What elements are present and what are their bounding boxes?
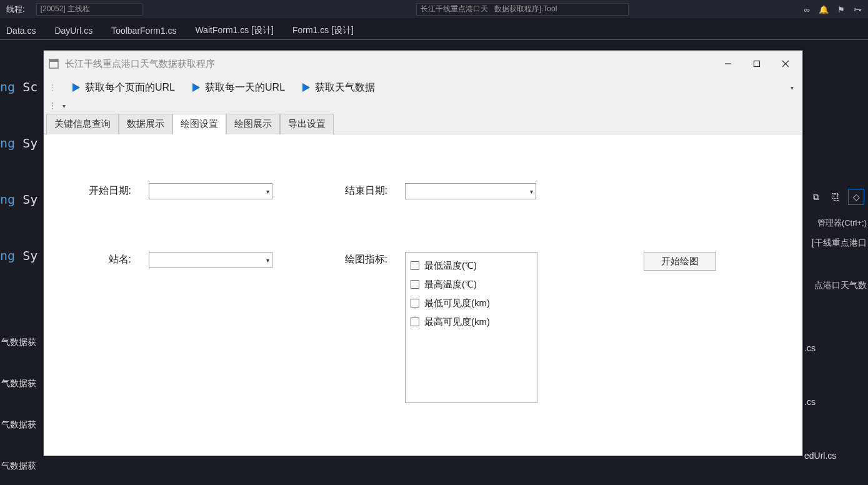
toolbar-right-icons: ∞ 🔔 ⚑ 🗝 — [804, 0, 862, 19]
indicator-item-label: 最低可见度(km) — [424, 298, 490, 309]
fetch-day-urls-label: 获取每一天的URL — [205, 81, 285, 94]
stack-frame-input[interactable] — [416, 3, 629, 16]
tab-form1-design[interactable]: Form1.cs [设计] — [290, 22, 356, 39]
indicator-item-min-temp[interactable]: 最低温度(℃) — [411, 256, 532, 275]
vs-toolbar: 线程: ∞ 🔔 ⚑ 🗝 — [0, 0, 868, 19]
tab-dayurl-cs[interactable]: DayUrl.cs — [52, 23, 95, 38]
checkbox-icon[interactable] — [411, 280, 419, 289]
start-plot-button[interactable]: 开始绘图 — [644, 252, 716, 271]
start-date-label: 开始日期: — [56, 183, 131, 198]
solution-name-fragment: [干线重点港口 — [812, 238, 867, 249]
output-line: 气数据获 — [1, 459, 702, 472]
app-icon — [47, 58, 60, 70]
project-name-fragment: 点港口天气数 — [814, 280, 867, 291]
end-date-combo[interactable]: ▾ — [405, 183, 536, 199]
fetch-weather-button[interactable]: 获取天气数据 — [300, 80, 377, 96]
search-hint: 管理器(Ctrl+;) — [817, 218, 867, 229]
app-window: 长江干线重点港口天气数据获取程序 ⋮ 获取每个页面的URL 获取每一天的URL … — [43, 50, 803, 456]
copy-icon[interactable]: ⿻ — [828, 189, 844, 205]
tab-export-settings[interactable]: 导出设置 — [280, 114, 334, 134]
indicator-item-max-visibility[interactable]: 最高可见度(km) — [411, 312, 532, 331]
class-view-icon[interactable]: ◇ — [848, 189, 864, 205]
solution-toolbar: ⧉ ⿻ ◇ — [808, 189, 864, 205]
live-share-icon[interactable]: ∞ — [804, 5, 810, 14]
tab-control: 关键信息查询 数据展示 绘图设置 绘图展示 导出设置 — [44, 113, 802, 134]
indicator-item-label: 最高可见度(km) — [424, 316, 490, 328]
checkbox-icon[interactable] — [411, 318, 419, 326]
tab-waitform1-design[interactable]: WaitForm1.cs [设计] — [192, 22, 276, 39]
tab-data-cs[interactable]: Data.cs — [4, 23, 38, 38]
indicator-label: 绘图指标: — [332, 252, 387, 266]
indicator-item-label: 最高温度(℃) — [424, 279, 477, 291]
toolstrip-grip-icon[interactable]: ⋮ — [49, 101, 56, 110]
window-title: 长江干线重点港口天气数据获取程序 — [65, 58, 215, 70]
notifications-icon[interactable]: 🔔 — [819, 5, 829, 14]
checkbox-icon[interactable] — [411, 299, 419, 308]
start-plot-label: 开始绘图 — [661, 256, 699, 268]
end-date-label: 结束日期: — [332, 183, 387, 198]
play-icon — [72, 83, 80, 92]
close-button[interactable] — [771, 54, 800, 74]
chevron-down-icon: ▾ — [266, 188, 269, 195]
svg-rect-3 — [754, 61, 760, 67]
indicator-item-label: 最低温度(℃) — [424, 260, 477, 272]
play-icon — [302, 83, 310, 92]
station-combo[interactable]: ▾ — [149, 252, 272, 268]
chevron-down-icon: ▾ — [530, 188, 533, 195]
tab-plot-settings[interactable]: 绘图设置 — [172, 114, 226, 134]
start-date-combo[interactable]: ▾ — [149, 183, 272, 199]
fetch-page-urls-button[interactable]: 获取每个页面的URL — [70, 80, 177, 96]
indicator-checklist[interactable]: 最低温度(℃) 最高温度(℃) 最低可见度(km) — [405, 252, 537, 403]
feedback-icon[interactable]: ⚑ — [837, 5, 845, 14]
station-label: 站名: — [56, 252, 131, 266]
fetch-day-urls-button[interactable]: 获取每一天的URL — [190, 80, 287, 96]
indicator-item-min-visibility[interactable]: 最低可见度(km) — [411, 294, 532, 312]
view-icon[interactable]: ⧉ — [808, 189, 824, 205]
checkbox-icon[interactable] — [411, 261, 419, 270]
play-icon — [192, 83, 200, 92]
toolstrip-grip-icon[interactable]: ⋮ — [49, 83, 56, 92]
chevron-down-icon[interactable]: ▾ — [62, 102, 66, 109]
solution-tree-fragment: .cs .cs edUrl.cs m.cs rForm1.cs orm1.cs … — [802, 304, 868, 485]
tab-key-info[interactable]: 关键信息查询 — [46, 114, 119, 134]
fetch-page-urls-label: 获取每个页面的URL — [85, 81, 175, 94]
fetch-weather-label: 获取天气数据 — [315, 81, 375, 94]
account-icon[interactable]: 🗝 — [854, 5, 862, 14]
document-tabs: Data.cs DayUrl.cs ToolbarForm1.cs WaitFo… — [0, 21, 868, 40]
tab-plot-display[interactable]: 绘图展示 — [226, 114, 280, 134]
maximize-button[interactable] — [742, 54, 771, 74]
tab-data-display[interactable]: 数据展示 — [119, 114, 172, 134]
minimize-button[interactable] — [714, 54, 742, 74]
toolstrip: ⋮ 获取每个页面的URL 获取每一天的URL 获取天气数据 ▾ — [44, 77, 802, 98]
svg-rect-1 — [49, 59, 58, 62]
list-item[interactable]: .cs — [802, 394, 868, 410]
toolstrip-overflow-icon[interactable]: ▾ — [791, 84, 797, 91]
titlebar: 长江干线重点港口天气数据获取程序 — [44, 51, 802, 77]
indicator-item-max-temp[interactable]: 最高温度(℃) — [411, 275, 532, 294]
code-editor-fragment: ng Sc ng Sy ng Sy ng Sy ng Sy ng Sy espa… — [0, 40, 44, 302]
tabpage-plot-settings: 开始日期: ▾ 结束日期: ▾ 站名: — [44, 134, 802, 456]
list-item[interactable]: .cs — [802, 340, 868, 356]
chevron-down-icon: ▾ — [266, 257, 269, 264]
toolstrip-secondary: ⋮ ▾ — [44, 98, 802, 113]
tab-toolbarform1-cs[interactable]: ToolbarForm1.cs — [109, 23, 179, 38]
thread-selector[interactable] — [36, 3, 142, 16]
thread-label: 线程: — [6, 4, 25, 15]
list-item[interactable]: edUrl.cs — [802, 448, 868, 464]
